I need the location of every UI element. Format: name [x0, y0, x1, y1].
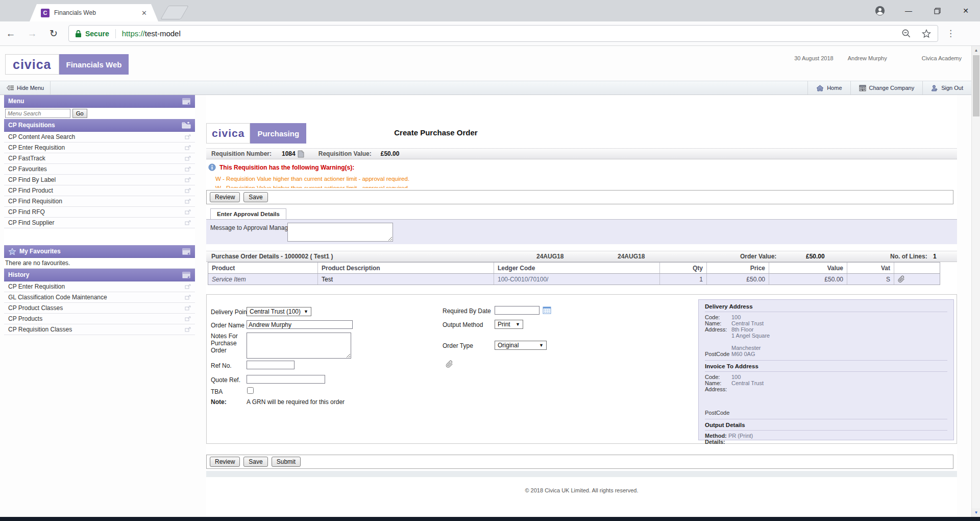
scroll-up-button[interactable]: ▲: [972, 46, 980, 55]
reload-button[interactable]: ↻: [43, 28, 64, 39]
hide-menu-button[interactable]: Hide Menu: [0, 81, 51, 94]
table-header-row: Product Product Description Ledger Code …: [208, 262, 940, 274]
sidebar-item-cp-find-supplier[interactable]: CP Find Supplier: [4, 218, 195, 228]
tab-title: Financials Web: [54, 9, 141, 16]
delivery-address-2: 1 Angel Square: [731, 333, 770, 339]
history-item-cp-enter-requisition[interactable]: CP Enter Requisition: [4, 281, 195, 292]
notes-input[interactable]: [247, 333, 351, 359]
page-scrollbar[interactable]: ▲ ▼: [971, 46, 980, 517]
scroll-down-button[interactable]: ▼: [972, 508, 980, 517]
bottom-button-bar: Review Save Submit: [206, 455, 953, 469]
cell-product: Service Item: [208, 274, 318, 285]
lines-count: 1: [933, 253, 937, 260]
approval-panel: Message to Approval Manager: [206, 219, 957, 244]
history-item-gl-classification[interactable]: GL Classification Code Maintenance: [4, 292, 195, 303]
tba-checkbox[interactable]: [247, 387, 254, 394]
calendar-icon[interactable]: [543, 306, 551, 314]
required-by-date-input[interactable]: [495, 306, 540, 315]
open-link-icon: [185, 284, 191, 289]
scrollbar-thumb[interactable]: [973, 55, 979, 116]
app-brand: civica Financials Web: [5, 54, 129, 75]
menu-search-go-button[interactable]: Go: [72, 109, 87, 118]
open-link-icon: [185, 209, 191, 215]
cell-value: £50.00: [769, 274, 847, 285]
order-value: £50.00: [806, 253, 825, 260]
menu-search-input[interactable]: [5, 109, 70, 118]
sidebar-item-cp-enter-requisition[interactable]: CP Enter Requisition: [4, 143, 195, 153]
window-close-button[interactable]: ✕: [951, 7, 980, 15]
app-toolbar: Hide Menu Home Change Company Sign Out: [0, 81, 971, 95]
window-icon[interactable]: [182, 248, 191, 255]
order-name-input[interactable]: [247, 320, 353, 329]
sidebar-item-cp-content-area-search[interactable]: CP Content Area Search: [4, 132, 195, 143]
open-link-icon: [185, 134, 191, 139]
attachment-paperclip-icon[interactable]: [446, 360, 453, 368]
delivery-point-label: Delivery Point: [211, 309, 249, 316]
section-history[interactable]: History: [4, 269, 195, 281]
history-item-cp-products[interactable]: CP Products: [4, 314, 195, 324]
folder-icon[interactable]: [182, 122, 191, 129]
invoice-name: Central Trust: [731, 380, 764, 386]
invoice-code: 100: [731, 374, 741, 380]
browser-tab[interactable]: C Financials Web ✕: [30, 4, 158, 21]
invoice-address-title: Invoice To Address: [705, 363, 947, 372]
save-button-bottom[interactable]: Save: [243, 457, 267, 467]
sidebar-item-cp-find-rfq[interactable]: CP Find RFQ: [4, 207, 195, 218]
sidebar-item-cp-find-by-label[interactable]: CP Find By Label: [4, 175, 195, 185]
browser-profile-icon[interactable]: [866, 5, 894, 16]
paperclip-icon[interactable]: [898, 275, 905, 283]
lock-icon: [75, 30, 82, 38]
window-restore-button[interactable]: [923, 8, 951, 14]
submit-button[interactable]: Submit: [272, 457, 301, 467]
history-item-cp-requisition-classes[interactable]: CP Requisition Classes: [4, 324, 195, 335]
menu-search-row: Go: [4, 108, 195, 119]
sidebar-item-cp-favourites[interactable]: CP Favourites: [4, 164, 195, 175]
required-by-date-label: Required By Date: [443, 307, 491, 315]
browser-menu-icon[interactable]: ⋮: [946, 28, 955, 39]
open-link-icon: [185, 156, 191, 161]
sign-out-button[interactable]: Sign Out: [922, 81, 971, 94]
window-icon[interactable]: [182, 272, 191, 278]
review-button[interactable]: Review: [210, 192, 240, 202]
review-button-bottom[interactable]: Review: [210, 457, 240, 467]
window-minimize-button[interactable]: —: [894, 7, 923, 15]
bookmark-star-icon[interactable]: [921, 29, 932, 39]
quote-ref-label: Quote Ref.: [211, 376, 240, 384]
history-item-cp-product-classes[interactable]: CP Product Classes: [4, 303, 195, 314]
document-icon[interactable]: [298, 150, 304, 158]
new-tab-button[interactable]: [160, 6, 189, 19]
delivery-point-select[interactable]: Central Trust (100)▼: [247, 307, 311, 316]
quote-ref-input[interactable]: [247, 375, 325, 384]
sign-out-icon: [931, 85, 938, 91]
open-link-icon: [185, 316, 191, 321]
approval-message-input[interactable]: [287, 223, 393, 242]
change-company-button[interactable]: Change Company: [850, 81, 923, 94]
order-type-label: Order Type: [443, 342, 473, 349]
save-button[interactable]: Save: [243, 192, 267, 202]
zoom-out-icon[interactable]: [901, 29, 911, 38]
menu-header[interactable]: Menu: [4, 95, 195, 108]
delivery-code: 100: [731, 314, 741, 320]
output-method-select[interactable]: Print▼: [495, 320, 523, 329]
session-date: 30 August 2018: [794, 55, 833, 61]
forward-button[interactable]: →: [21, 28, 43, 39]
ref-no-input[interactable]: [247, 361, 295, 369]
sidebar-item-cp-find-requisition[interactable]: CP Find Requisition: [4, 196, 195, 207]
favourites-empty-text: There are no favourites.: [4, 258, 195, 269]
open-link-icon: [185, 327, 191, 332]
sidebar-item-cp-find-product[interactable]: CP Find Product: [4, 185, 195, 196]
browser-tab-strip: C Financials Web ✕ — ✕: [0, 0, 980, 21]
warning-line: W - Requisition Value higher than curren…: [215, 176, 409, 182]
sidebar-item-cp-fasttrack[interactable]: CP FastTrack: [4, 153, 195, 164]
section-my-favourites[interactable]: My Favourites: [4, 245, 195, 258]
section-cp-requisitions[interactable]: CP Requisitions: [4, 119, 195, 132]
open-link-icon: [185, 220, 191, 225]
back-button[interactable]: ←: [0, 28, 21, 39]
tab-close-icon[interactable]: ✕: [141, 9, 147, 17]
url-box[interactable]: Secure https://test-model: [68, 25, 938, 42]
requisition-bar: Requisition Number: 1084 Requisition Val…: [206, 148, 957, 159]
order-type-select[interactable]: Original▼: [495, 341, 547, 350]
window-icon[interactable]: [182, 98, 191, 105]
tab-enter-approval-details[interactable]: Enter Approval Details: [210, 208, 286, 219]
home-button[interactable]: Home: [807, 81, 850, 94]
